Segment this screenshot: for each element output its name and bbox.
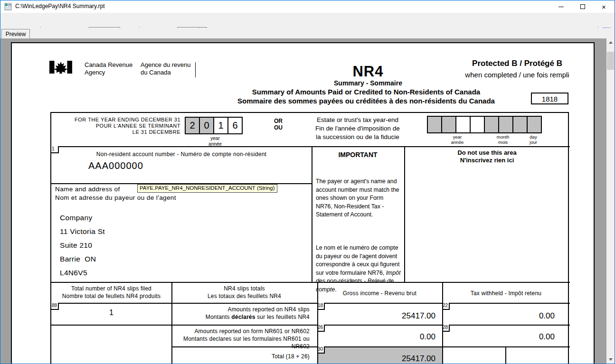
- row-divider: [51, 303, 570, 304]
- date-box: [484, 116, 499, 133]
- estate-date-boxes: [427, 116, 542, 133]
- important-text-en: The payer or agent's name and account nu…: [316, 177, 401, 219]
- payer-address: Company 11 Victoria St Suite 210 Barrie …: [60, 211, 105, 280]
- canada-flag-icon: [49, 61, 72, 74]
- estate-day-caption: dayjour: [518, 134, 549, 145]
- report-preview-area: Canada RevenueAgency Agence du revenudu …: [0, 38, 615, 364]
- protected-block: Protected B / Protégé B when completed /…: [453, 59, 582, 79]
- col2-header: NR4 slips totals Les totaux des feuillet…: [171, 285, 317, 300]
- tax-withheld-value: 0.00: [442, 311, 555, 321]
- nr601-tax-value: 0.00: [442, 332, 555, 342]
- row1-label: Amounts reported on NR4 slips Montants d…: [171, 306, 313, 321]
- account-number-label: Non-resident account number - Numéro de …: [61, 151, 302, 158]
- total-label: Total (18 + 26): [171, 353, 313, 360]
- table-column-line: [505, 346, 506, 364]
- col1-header: Total number of NR4 slips filed Nombre t…: [51, 285, 171, 300]
- vertical-scrollbar[interactable]: [606, 38, 615, 364]
- box18-tag: 18: [317, 303, 325, 310]
- section-divider: [51, 282, 570, 283]
- report-page: Canada RevenueAgency Agence du revenudu …: [11, 42, 595, 364]
- account-number-value: AAA000000: [88, 160, 143, 171]
- box22-tag: 22: [442, 303, 450, 310]
- nr601-gross-value: 0.00: [317, 332, 435, 342]
- close-icon: ×: [602, 3, 606, 10]
- year-digit: 6: [227, 117, 243, 134]
- form-code: NR4: [249, 64, 487, 79]
- year-digit: 1: [213, 117, 228, 134]
- box26-tag: 26: [317, 325, 325, 332]
- important-text-fr: Le nom et le numéro de compte du payeur …: [316, 244, 401, 294]
- estate-month-caption: monthmois: [488, 134, 518, 145]
- scroll-down-icon: [609, 358, 613, 361]
- protected-label: Protected B / Protégé B: [453, 59, 582, 68]
- year-digit-boxes: 2 0 1 6: [185, 117, 243, 134]
- slips-count-value: 1: [51, 308, 171, 317]
- date-box: [455, 116, 471, 133]
- date-box: [427, 116, 442, 133]
- year-digit: 2: [185, 117, 200, 134]
- or-label: OR OU: [267, 118, 289, 131]
- scrollbar-up-button[interactable]: [606, 38, 615, 47]
- date-box: [498, 116, 513, 133]
- app-window: C:\WinLedgePay\NR4 Summary.rpt ×: [0, 0, 615, 364]
- box28-tag: 28: [442, 325, 450, 332]
- scroll-up-icon: [609, 41, 613, 44]
- minimize-button[interactable]: [550, 0, 572, 13]
- col4-header: Tax withheld - Impôt retenu: [442, 289, 570, 297]
- box30-tag: 30: [317, 346, 325, 354]
- date-box: [441, 116, 456, 133]
- col3-header: Gross income - Revenu brut: [317, 289, 442, 297]
- table-column-line: [171, 282, 172, 364]
- maximize-button[interactable]: [572, 0, 593, 13]
- date-box: [527, 116, 542, 133]
- column-divider: [404, 146, 405, 282]
- year-digit: 0: [199, 117, 214, 134]
- agency-divider: [195, 62, 196, 77]
- window-title: C:\WinLedgePay\NR4 Summary.rpt: [15, 3, 105, 9]
- gross-income-value: 25417.00: [317, 311, 435, 321]
- important-title: IMPORTANT: [312, 151, 404, 159]
- app-icon: [4, 3, 12, 10]
- scrollbar-down-button[interactable]: [606, 355, 615, 364]
- column-divider: [312, 146, 312, 282]
- box1-tag: 1: [51, 146, 59, 153]
- total-value: 25417.00: [317, 354, 435, 364]
- estate-year-caption: yearannée: [427, 134, 488, 145]
- form-code-block: NR4 Summary - Sommaire: [249, 64, 487, 87]
- table-column-line: [442, 282, 443, 364]
- section-divider: [51, 146, 570, 147]
- tab-preview[interactable]: Preview: [1, 29, 30, 38]
- payer-name-label-fr: Nom et adresse du payeur ou de l'agent: [55, 194, 176, 201]
- agency-name-fr: Agence du revenudu Canada: [141, 61, 191, 76]
- form-code-subtitle: Summary - Sommaire: [249, 79, 487, 87]
- year-ending-label: FOR THE YEAR ENDING DECEMBER 31 POUR L'A…: [56, 117, 180, 135]
- title-bar: C:\WinLedgePay\NR4 Summary.rpt ×: [0, 0, 615, 13]
- form-body: FOR THE YEAR ENDING DECEMBER 31 POUR L'A…: [50, 112, 569, 364]
- report-toolbar: 1 / 1+ 150%: [0, 13, 615, 28]
- protected-sublabel: when completed / une fois rempli: [453, 71, 582, 79]
- close-button[interactable]: ×: [593, 0, 615, 13]
- scrollbar-thumb[interactable]: [607, 52, 614, 70]
- table-column-line: [317, 282, 318, 364]
- row-divider: [51, 325, 570, 326]
- estate-label: Estate or trust's tax year-end Fin de l'…: [308, 116, 407, 141]
- minimize-icon: [558, 7, 564, 7]
- form-number-box: 1818: [531, 93, 568, 104]
- date-box: [470, 116, 485, 133]
- year-caption: year année: [185, 136, 246, 147]
- agency-name-en: Canada RevenueAgency: [85, 61, 132, 76]
- do-not-use-label: Do not use this area N'inscrivez rien ic…: [404, 149, 570, 164]
- view-tab-bar: Preview: [0, 28, 615, 38]
- maximize-icon: [580, 4, 585, 9]
- field-tooltip: PAYE.PAYE_NR4_NONRESIDENT_ACCOUNT (Strin…: [137, 184, 277, 193]
- payer-name-label-en: Name and address of: [55, 186, 120, 193]
- date-box: [512, 116, 528, 133]
